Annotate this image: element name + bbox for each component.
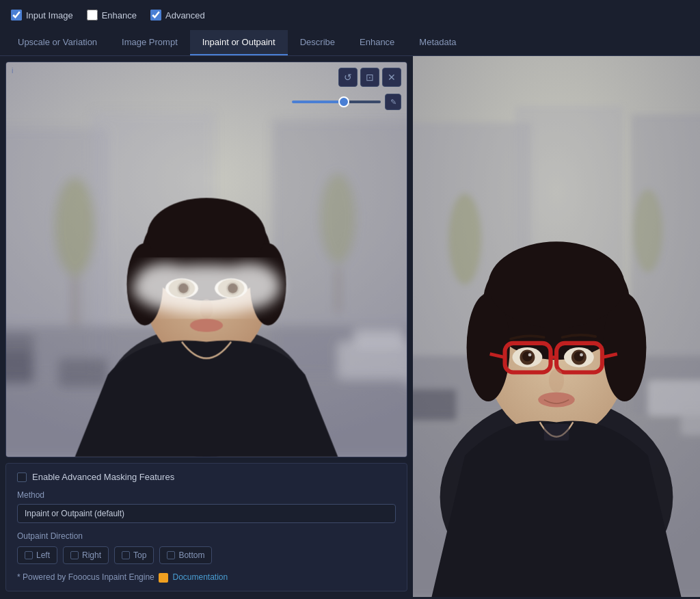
tab-describe[interactable]: Describe (288, 30, 347, 55)
close-button[interactable]: ✕ (382, 68, 401, 87)
advanced-toggle[interactable]: Advanced (150, 10, 205, 21)
masking-row: Enable Advanced Masking Features (17, 472, 396, 482)
svg-point-67 (580, 353, 583, 356)
preview-panel (413, 56, 700, 597)
brush-size-slider[interactable] (292, 101, 381, 103)
canvas-info: i (12, 66, 13, 75)
svg-point-69 (538, 392, 575, 408)
svg-rect-10 (404, 354, 407, 386)
enhance-toggle[interactable]: Enhance (87, 10, 137, 21)
preview-photo (413, 56, 700, 597)
svg-point-65 (574, 351, 584, 362)
svg-point-66 (528, 353, 532, 356)
svg-point-54 (488, 241, 625, 328)
svg-rect-70 (544, 424, 569, 440)
copy-button[interactable]: ⊡ (360, 68, 379, 87)
svg-point-12 (320, 173, 356, 263)
svg-rect-6 (6, 334, 33, 354)
tab-metadata[interactable]: Metadata (407, 30, 468, 55)
outpaint-direction-label: Outpaint Direction (17, 531, 396, 541)
top-label: Top (133, 550, 146, 560)
svg-point-21 (147, 198, 265, 271)
bottom-checkbox[interactable] (167, 551, 175, 559)
right-label: Right (82, 550, 101, 560)
svg-point-11 (55, 177, 96, 276)
bottom-label: Bottom (178, 550, 204, 560)
svg-point-68 (549, 369, 564, 392)
refresh-button[interactable]: ↺ (338, 68, 358, 87)
svg-point-36 (178, 283, 188, 293)
engine-icon (159, 573, 168, 583)
svg-rect-9 (354, 330, 403, 347)
method-select[interactable]: Inpaint or Outpaint (default) (17, 504, 396, 523)
svg-rect-7 (59, 358, 108, 387)
powered-text: * Powered by Fooocus Inpaint Engine (17, 572, 154, 582)
direction-bottom[interactable]: Bottom (159, 546, 212, 564)
enhance-checkbox[interactable] (87, 10, 98, 21)
masking-checkbox[interactable] (17, 472, 27, 482)
svg-rect-45 (682, 405, 700, 435)
input-image-toggle[interactable]: Input Image (11, 10, 73, 21)
brush-slider-container: ✎ (292, 94, 401, 110)
canvas-toolbar: ↺ ⊡ ✕ (338, 68, 401, 87)
tab-image-prompt[interactable]: Image Prompt (109, 30, 190, 55)
left-label: Left (36, 550, 50, 560)
svg-rect-43 (413, 389, 457, 421)
direction-right[interactable]: Right (63, 546, 109, 564)
top-checkbox[interactable] (122, 551, 130, 559)
direction-top[interactable]: Top (114, 546, 154, 564)
input-image-checkbox[interactable] (11, 10, 22, 21)
svg-rect-14 (336, 268, 340, 313)
svg-point-64 (522, 351, 533, 362)
canvas-area[interactable]: i ↺ ⊡ ✕ ✎ (5, 62, 407, 457)
enhance-label: Enhance (102, 10, 137, 21)
masking-label: Enable Advanced Masking Features (32, 472, 174, 482)
svg-point-47 (633, 189, 663, 273)
svg-point-29 (190, 319, 223, 332)
tabs-bar: Upscale or Variation Image Prompt Inpain… (0, 30, 700, 56)
tab-enhance[interactable]: Enhance (347, 30, 407, 55)
direction-left[interactable]: Left (17, 546, 57, 564)
svg-point-37 (228, 283, 237, 293)
input-image-label: Input Image (26, 10, 73, 21)
left-checkbox[interactable] (25, 551, 33, 559)
powered-row: * Powered by Fooocus Inpaint Engine Docu… (17, 572, 396, 583)
advanced-label: Advanced (165, 10, 205, 21)
main-photo (6, 62, 407, 457)
svg-rect-13 (72, 276, 77, 325)
tab-upscale[interactable]: Upscale or Variation (5, 30, 109, 55)
tab-inpaint[interactable]: Inpaint or Outpaint (190, 30, 288, 55)
bottom-panel: Enable Advanced Masking Features Method … (5, 463, 407, 591)
brush-edit-button[interactable]: ✎ (385, 94, 401, 110)
svg-rect-5 (6, 350, 33, 383)
top-bar: Input Image Enhance Advanced (0, 0, 700, 30)
documentation-link[interactable]: Documentation (172, 572, 228, 582)
advanced-checkbox[interactable] (150, 10, 161, 21)
right-checkbox[interactable] (70, 551, 79, 559)
method-label: Method (17, 490, 396, 500)
main-content: i ↺ ⊡ ✕ ✎ (0, 56, 700, 597)
image-editor: i ↺ ⊡ ✕ ✎ (0, 56, 413, 597)
direction-buttons: Left Right Top Bottom (17, 546, 396, 564)
svg-point-46 (448, 194, 482, 285)
